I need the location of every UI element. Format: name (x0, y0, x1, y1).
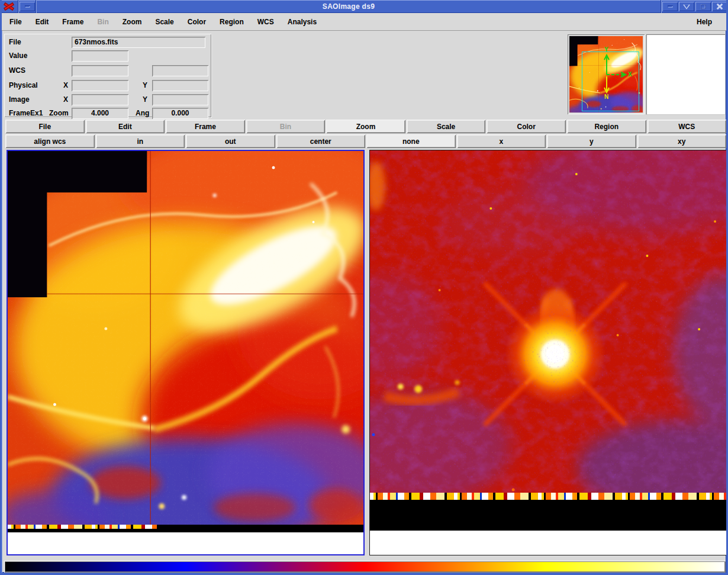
window-title: SAOImage ds9 (37, 0, 661, 13)
image-x-field (72, 94, 128, 105)
panner-x-axis-label: X (628, 72, 632, 78)
file-label: File (9, 38, 21, 46)
toolbar-zoom-button[interactable]: Zoom (326, 120, 405, 133)
zoom-center-button[interactable]: center (276, 134, 366, 148)
titlebar-separator (661, 0, 662, 13)
frame-2-starfield[interactable] (369, 150, 727, 555)
image-label: Image (9, 95, 30, 104)
toolbar-region-button[interactable]: Region (567, 120, 646, 133)
panner-y-axis-label: Y (604, 47, 608, 53)
image-y-field (152, 94, 208, 105)
value-field (72, 50, 128, 62)
ds9-logo-icon (0, 0, 18, 13)
menu-help[interactable]: Help (691, 14, 718, 30)
zoom-x-button[interactable]: x (457, 134, 546, 148)
zoom-in-button[interactable]: in (96, 134, 185, 148)
frame-name-label: FrameEx1 (9, 109, 43, 117)
toolbar-color-button[interactable]: Color (487, 120, 566, 133)
toolbar-wcs-button[interactable]: WCS (648, 120, 727, 133)
zoom-align-wcs-button[interactable]: align wcs (5, 134, 95, 148)
physical-label: Physical (9, 81, 38, 89)
physical-x-field (72, 80, 128, 91)
info-area: File 673nmos.fits Value WCS Physical X Y… (2, 31, 726, 120)
toolbar-edit-button[interactable]: Edit (86, 120, 165, 133)
colorbar-gradient (5, 562, 724, 571)
image-y-label: Y (143, 95, 147, 104)
shade-button[interactable] (679, 2, 694, 11)
toolbar-frame-button[interactable]: Frame (166, 120, 245, 133)
angle-value-field: 0.000 (152, 108, 208, 119)
physical-y-label: Y (143, 81, 147, 89)
display-area (2, 148, 726, 557)
menu-frame[interactable]: Frame (56, 14, 89, 30)
ds9-window: SAOImage ds9 File Edit Frame Bin Zoom Sc… (0, 0, 728, 575)
info-row-file: File 673nmos.fits (4, 36, 211, 49)
info-row-image: Image X Y (4, 94, 211, 106)
zoom-value-field: 4.000 (72, 108, 128, 119)
zoom-label: Zoom (49, 109, 69, 117)
value-label: Value (9, 52, 27, 60)
menu-color[interactable]: Color (182, 14, 212, 30)
toolbar-scale-button[interactable]: Scale (407, 120, 486, 133)
frame-1-nebula[interactable] (7, 150, 365, 555)
menu-file[interactable]: File (4, 14, 28, 30)
zoom-xy-button[interactable]: xy (637, 134, 727, 148)
menu-analysis[interactable]: Analysis (282, 14, 323, 30)
wcs-field-1 (72, 65, 128, 76)
physical-y-field (152, 80, 208, 91)
titlebar[interactable]: SAOImage ds9 (0, 0, 728, 13)
minimize-button[interactable] (662, 2, 678, 11)
wcs-field-2 (152, 65, 208, 76)
toolbar-row-1: File Edit Frame Bin Zoom Scale Color Reg… (5, 120, 726, 133)
zoom-out-button[interactable]: out (186, 134, 275, 148)
menubar: File Edit Frame Bin Zoom Scale Color Reg… (2, 13, 726, 31)
info-row-frame: FrameEx1 Zoom 4.000 Ang 0.000 (4, 107, 211, 120)
frame-1-empty-area (8, 532, 363, 554)
file-value-field: 673nmos.fits (72, 37, 205, 48)
menu-zoom[interactable]: Zoom (117, 14, 148, 30)
menu-wcs[interactable]: WCS (252, 14, 280, 30)
menu-edit[interactable]: Edit (30, 14, 55, 30)
close-button[interactable] (712, 2, 727, 11)
hot-pixel-row-right (370, 493, 726, 500)
toolbar-file-button[interactable]: File (5, 120, 85, 133)
angle-label: Ang (136, 109, 149, 117)
minimize-icon (668, 5, 673, 8)
window-menu-button[interactable] (20, 2, 35, 11)
starfield-image[interactable] (370, 150, 726, 493)
menu-bin: Bin (91, 14, 114, 30)
info-row-value: Value (4, 50, 211, 62)
magnifier[interactable] (646, 34, 725, 114)
colorbar[interactable] (4, 561, 726, 573)
zoom-none-button[interactable]: none (366, 134, 456, 148)
image-x-label: X (63, 95, 68, 104)
toolbar-bin-button: Bin (246, 120, 326, 133)
panner-image[interactable]: X Y N (569, 36, 643, 113)
menu-region[interactable]: Region (214, 14, 250, 30)
info-panel: File 673nmos.fits Value WCS Physical X Y… (4, 34, 211, 117)
shade-triangle-icon (683, 5, 690, 9)
maximize-icon (701, 4, 706, 9)
panner[interactable]: X Y N (568, 34, 645, 114)
info-row-wcs: WCS (4, 65, 211, 77)
toolbar-row-2: align wcs in out center none x y xy (5, 134, 726, 148)
frame-2-empty-area (370, 531, 726, 555)
info-row-physical: Physical X Y (4, 79, 211, 92)
zoom-y-button[interactable]: y (547, 134, 636, 148)
nebula-image[interactable] (8, 151, 363, 525)
menu-scale[interactable]: Scale (149, 14, 179, 30)
titlebar-separator (18, 0, 19, 13)
window-menu-icon (25, 5, 30, 8)
wcs-label: WCS (9, 66, 25, 75)
maximize-button[interactable] (695, 2, 711, 11)
physical-x-label: X (63, 81, 68, 89)
hot-pixel-row-left (8, 525, 157, 529)
panner-north-label: N (604, 94, 608, 100)
